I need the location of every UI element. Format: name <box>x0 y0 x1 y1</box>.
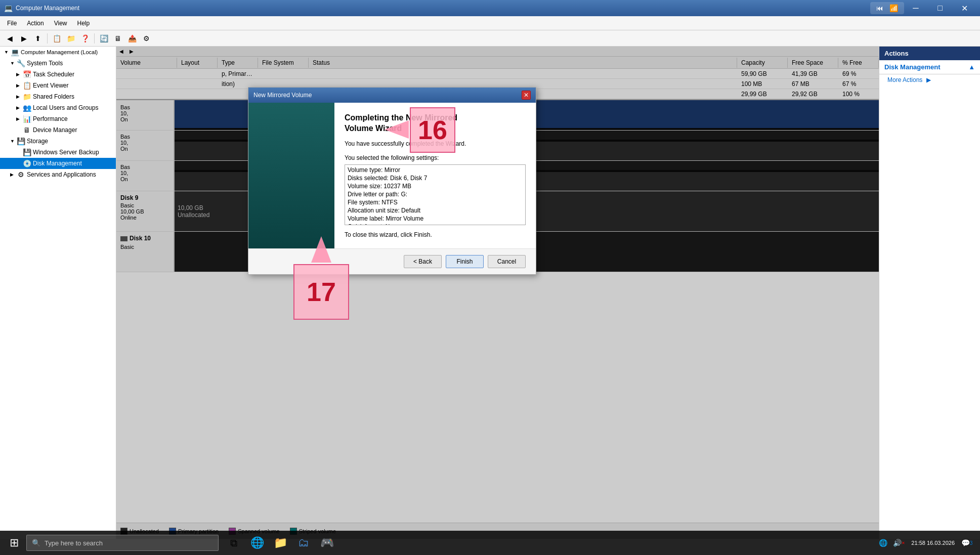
sidebar-label: Windows Server Backup <box>33 149 99 156</box>
sidebar-item-services[interactable]: ▶ ⚙ Services and Applications <box>0 169 116 180</box>
taskbar: ⊞ 🔍 Type here to search ⧉ 🌐 📁 🗂 🎮 🌐 🔊 ✕ <box>0 531 980 555</box>
sidebar-item-local-users[interactable]: ▶ 👥 Local Users and Groups <box>0 102 116 113</box>
sidebar-label: Services and Applications <box>27 171 96 178</box>
finish-button[interactable]: Finish <box>446 255 484 268</box>
expand-arrow: ▶ <box>16 72 22 77</box>
more-actions-arrow: ▶ <box>926 76 931 83</box>
properties-button[interactable]: 🖥 <box>111 32 124 45</box>
taskbar-search[interactable]: 🔍 Type here to search <box>26 535 219 551</box>
setting-item: Volume type: Mirror <box>346 166 524 174</box>
task-view-icon[interactable]: ⧉ <box>223 531 245 555</box>
export-button[interactable]: 📤 <box>125 32 139 45</box>
app-glyph-5: 🎮 <box>320 536 334 549</box>
dialog-footer: < Back Finish Cancel <box>248 248 536 274</box>
setting-item: File system: NTFS <box>346 198 524 206</box>
annotation-16-arrow <box>385 120 409 139</box>
dialog-overlay: New Mirrored Volume ✕ Completing the New… <box>116 47 879 539</box>
content-area: ◀ ▶ Volume Layout Type File System Statu… <box>116 47 879 539</box>
show-hide-console[interactable]: 📋 <box>50 32 63 45</box>
menu-help[interactable]: Help <box>72 18 95 29</box>
sidebar-item-disk-management[interactable]: 💿 Disk Management <box>0 158 116 169</box>
sidebar-label: Device Manager <box>33 126 77 134</box>
forward-button[interactable]: ▶ <box>17 32 30 45</box>
sidebar-item-computer-management[interactable]: ▼ 💻 Computer Management (Local) <box>0 47 116 58</box>
sidebar-item-storage[interactable]: ▼ 💾 Storage <box>0 136 116 147</box>
media-icon-2: 📶 <box>889 4 898 12</box>
close-button[interactable]: ✕ <box>953 0 976 16</box>
start-button[interactable]: ⊞ <box>2 531 26 555</box>
sidebar-item-task-scheduler[interactable]: ▶ 📅 Task Scheduler <box>0 69 116 80</box>
sidebar-item-event-viewer[interactable]: ▶ 📋 Event Viewer <box>0 80 116 91</box>
expand-arrow: ▼ <box>10 61 16 66</box>
menu-file[interactable]: File <box>2 18 22 29</box>
collapse-icon: ▲ <box>968 63 975 71</box>
sidebar-label: Local Users and Groups <box>33 104 98 111</box>
title-bar: 💻 Computer Management ⏮ 📶 ─ □ ✕ <box>0 0 980 16</box>
setting-item: Volume label: Mirror Volume <box>346 215 524 223</box>
edge-icon[interactable]: 🌐 <box>246 531 268 555</box>
sidebar-item-shared-folders[interactable]: ▶ 📁 Shared Folders <box>0 91 116 102</box>
more-actions-label: More Actions <box>887 76 922 83</box>
new-window[interactable]: 📁 <box>64 32 77 45</box>
network-icon[interactable]: 🌐 <box>876 531 890 555</box>
annotation-17-box: 17 <box>293 264 349 320</box>
media-controls: ⏮ 📶 <box>870 2 904 14</box>
search-placeholder: Type here to search <box>45 539 103 547</box>
refresh-button[interactable]: 🔄 <box>97 32 110 45</box>
edge-glyph: 🌐 <box>250 536 264 549</box>
notification-badge: 3 <box>970 540 973 546</box>
dialog-title-text: New Mirrored Volume <box>253 92 312 99</box>
task-view-glyph: ⧉ <box>230 537 237 549</box>
device-icon: 🖥 <box>22 125 31 135</box>
perf-icon: 📊 <box>22 114 31 123</box>
cancel-button[interactable]: Cancel <box>488 255 526 268</box>
notification-icon[interactable]: 💬 3 <box>960 531 974 555</box>
expand-arrow: ▶ <box>16 83 22 88</box>
expand-arrow: ▼ <box>10 139 16 144</box>
sidebar-label: Computer Management (Local) <box>21 49 98 55</box>
app-icon-5[interactable]: 🎮 <box>316 531 338 555</box>
help-button[interactable]: ❓ <box>78 32 92 45</box>
volume-glyph: 🔊 <box>893 539 902 547</box>
disk-icon: 💿 <box>22 159 31 168</box>
event-icon: 📋 <box>22 81 31 90</box>
setting-item: Allocation unit size: Default <box>346 206 524 215</box>
annotation-16-box: 16 <box>410 107 455 153</box>
actions-disk-management-heading[interactable]: Disk Management ▲ <box>879 60 980 74</box>
maximize-button[interactable]: □ <box>928 0 952 16</box>
services-icon: ⚙ <box>16 170 25 179</box>
users-icon: 👥 <box>22 103 31 112</box>
volume-icon[interactable]: 🔊 ✕ <box>892 531 906 555</box>
setting-item: Volume size: 10237 MB <box>346 182 524 190</box>
explorer-icon[interactable]: 📁 <box>269 531 291 555</box>
sidebar-label: Shared Folders <box>33 93 74 100</box>
menu-view[interactable]: View <box>49 18 72 29</box>
volume-x-icon: ✕ <box>902 541 905 545</box>
back-button[interactable]: ◀ <box>3 32 16 45</box>
sidebar-item-device-manager[interactable]: 🖥 Device Manager <box>0 124 116 136</box>
menu-action[interactable]: Action <box>22 18 49 29</box>
actions-title: Actions <box>879 47 980 60</box>
action-menu[interactable]: ⚙ <box>140 32 153 45</box>
new-mirrored-volume-dialog: New Mirrored Volume ✕ Completing the New… <box>248 87 536 275</box>
sidebar-item-backup[interactable]: 💾 Windows Server Backup <box>0 147 116 158</box>
main-container: ▼ 💻 Computer Management (Local) ▼ 🔧 Syst… <box>0 47 980 539</box>
dialog-settings-listbox[interactable]: Volume type: Mirror Disks selected: Disk… <box>345 164 526 225</box>
toolbar: ◀ ▶ ⬆ 📋 📁 ❓ 🔄 🖥 📤 ⚙ <box>0 30 980 47</box>
dialog-close-button[interactable]: ✕ <box>522 91 531 100</box>
back-button[interactable]: < Back <box>404 255 442 268</box>
dialog-sidebar-graphic <box>248 103 334 248</box>
more-actions-item[interactable]: More Actions ▶ <box>879 74 980 86</box>
server-manager-icon[interactable]: 🗂 <box>292 531 315 555</box>
expand-arrow: ▶ <box>16 116 22 121</box>
minimize-button[interactable]: ─ <box>904 0 927 16</box>
dialog-finish-text: To close this wizard, click Finish. <box>345 231 526 238</box>
sidebar-label: Task Scheduler <box>33 71 74 78</box>
expand-arrow: ▶ <box>10 172 16 177</box>
scheduler-icon: 📅 <box>22 70 31 79</box>
up-button[interactable]: ⬆ <box>31 32 45 45</box>
sidebar-item-system-tools[interactable]: ▼ 🔧 System Tools <box>0 58 116 69</box>
sidebar-label: Performance <box>33 115 68 122</box>
sidebar-item-performance[interactable]: ▶ 📊 Performance <box>0 113 116 124</box>
clock: 21:58 16.03.2026 <box>911 540 955 546</box>
